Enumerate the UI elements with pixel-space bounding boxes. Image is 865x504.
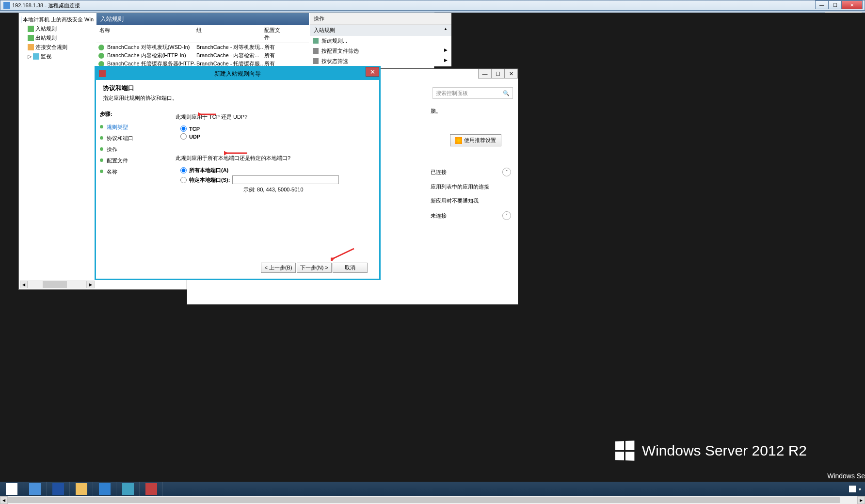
search-icon: 🔍 [503, 90, 510, 96]
maximize-button[interactable]: ☐ [491, 69, 505, 79]
list-row[interactable]: BranchCache 对等机发现(WSD-In)BranchCache - 对… [96, 43, 309, 51]
system-tray[interactable]: ▾ [849, 486, 861, 492]
rdp-titlebar: 192.168.1.38 - 远程桌面连接 — ☐ ✕ [0, 0, 865, 11]
wizard-steps-pane: 步骤: 规则类型 协议和端口 操作 配置文件 名称 [96, 106, 166, 268]
scroll-right-button[interactable]: ▶ [87, 281, 95, 288]
step-dot-icon [100, 136, 103, 140]
radio-tcp-row[interactable]: TCP [180, 126, 369, 132]
server-icon [29, 483, 41, 495]
close-button[interactable]: ✕ [366, 67, 379, 77]
radio-tcp[interactable] [180, 126, 187, 132]
label-tcp: TCP [189, 126, 200, 132]
tree-connection-security[interactable]: 连接安全规则 [21, 43, 94, 52]
arrow-right-icon: ▶ [444, 47, 448, 55]
not-connected-status-row[interactable]: 未连接˅ [431, 211, 513, 220]
col-profile[interactable]: 配置文件 [261, 27, 286, 41]
back-button[interactable]: < 上一步(B) [261, 263, 296, 273]
col-group[interactable]: 组 [193, 27, 261, 41]
rdp-title: 192.168.1.38 - 远程桌面连接 [12, 2, 80, 9]
tray-icon[interactable]: ▾ [859, 487, 861, 492]
step-rule-type[interactable]: 规则类型 [100, 122, 162, 133]
control-panel-icon [122, 483, 134, 495]
firewall-icon [145, 483, 157, 495]
minimize-button[interactable]: — [815, 0, 829, 9]
label-specific-ports: 特定本地端口(S): [189, 176, 230, 184]
scroll-left-button[interactable]: ◀ [0, 496, 8, 504]
cp-text-line: 新应用时不要通知我 [431, 197, 513, 205]
tree-scrollbar[interactable]: ◀ ▶ [20, 281, 95, 288]
taskbar-item[interactable] [93, 482, 116, 496]
list-row[interactable]: BranchCache 内容检索(HTTP-In)BranchCache - 内… [96, 51, 309, 60]
minimize-button[interactable]: — [478, 69, 492, 79]
mmc-actions-pane: 操作 入站规则▲ 新建规则... 按配置文件筛选▶ 按状态筛选▶ [310, 13, 451, 66]
close-button[interactable]: ✕ [841, 0, 863, 9]
windows-logo-icon [615, 441, 634, 460]
wizard-footer: < 上一步(B) 下一步(N) > 取消 [261, 263, 368, 273]
question-ports: 此规则应用于所有本地端口还是特定的本地端口? [176, 155, 369, 162]
cancel-button[interactable]: 取消 [333, 263, 368, 273]
step-action[interactable]: 操作 [100, 144, 162, 155]
tree-root[interactable]: 本地计算机 上的高级安全 Win [21, 15, 94, 24]
action-center-icon[interactable] [849, 486, 856, 492]
scroll-left-button[interactable]: ◀ [20, 281, 28, 288]
list-columns: 名称 组 配置文件 [96, 25, 309, 43]
taskbar-server-manager[interactable] [23, 482, 47, 496]
question-protocol: 此规则应用于 TCP 还是 UDP? [176, 113, 369, 121]
close-button[interactable]: ✕ [504, 69, 518, 79]
cp-text-line: 应用列表中的应用的连接 [431, 183, 513, 190]
filter-icon [313, 48, 319, 54]
cp-text-fragment: 脑。 [431, 108, 513, 115]
step-dot-icon [100, 158, 103, 162]
taskbar-control-panel[interactable] [116, 482, 140, 496]
cp-window-controls: — ☐ ✕ [479, 69, 518, 79]
wizard-icon [99, 70, 106, 77]
shield-icon [21, 16, 21, 23]
ports-example: 示例: 80, 443, 5000-5010 [243, 186, 369, 193]
radio-specific-ports[interactable] [180, 177, 187, 183]
windows-icon [6, 483, 17, 495]
taskbar-powershell[interactable] [47, 482, 70, 496]
tree-outbound-rules[interactable]: 出站规则 [21, 33, 94, 43]
outer-horizontal-scrollbar[interactable]: ◀ ▶ [0, 496, 865, 504]
wizard-subheading: 指定应用此规则的协议和端口。 [103, 94, 372, 102]
tree-inbound-rules[interactable]: 入站规则 [21, 24, 94, 33]
radio-all-ports[interactable] [180, 167, 187, 173]
wizard-titlebar[interactable]: 新建入站规则向导 ✕ [96, 67, 379, 80]
scroll-track[interactable] [8, 496, 857, 504]
radio-udp[interactable] [180, 133, 187, 140]
radio-udp-row[interactable]: UDP [180, 133, 369, 140]
step-profile[interactable]: 配置文件 [100, 155, 162, 166]
actions-subheader: 入站规则▲ [310, 25, 451, 36]
taskbar-explorer[interactable] [70, 482, 93, 496]
search-control-panel[interactable]: 搜索控制面板 🔍 [432, 87, 513, 99]
new-inbound-rule-wizard: 新建入站规则向导 ✕ 协议和端口 指定应用此规则的协议和端口。 步骤: 规则类型… [95, 66, 381, 280]
new-rule-icon [313, 38, 319, 44]
mmc-tree-pane: 本地计算机 上的高级安全 Win 入站规则 出站规则 连接安全规则 ▷ 监视 [19, 13, 96, 275]
chevron-up-icon: ˄ [502, 168, 511, 176]
outbound-icon [28, 35, 34, 41]
taskbar-firewall[interactable] [140, 482, 163, 496]
next-button[interactable]: 下一步(N) > [297, 263, 332, 273]
radio-all-ports-row[interactable]: 所有本地端口(A) [180, 167, 369, 174]
action-new-rule[interactable]: 新建规则... [310, 36, 451, 46]
step-dot-icon [100, 125, 103, 128]
start-button[interactable] [0, 482, 23, 496]
cp-body-right: 脑。 使用推荐设置 已连接˄ 应用列表中的应用的连接 新应用时不要通知我 未连接… [431, 108, 513, 227]
wizard-title: 新建入站规则向导 [214, 70, 261, 78]
specific-ports-input[interactable] [232, 175, 339, 184]
action-filter-profile[interactable]: 按配置文件筛选▶ [310, 46, 451, 56]
action-filter-state[interactable]: 按状态筛选▶ [310, 56, 451, 66]
col-name[interactable]: 名称 [96, 27, 193, 41]
step-protocol-port[interactable]: 协议和端口 [100, 133, 162, 144]
use-recommended-settings-button[interactable]: 使用推荐设置 [450, 134, 501, 146]
tree-monitor[interactable]: ▷ 监视 [21, 52, 94, 61]
collapse-icon[interactable]: ▲ [444, 27, 448, 34]
maximize-button[interactable]: ☐ [828, 0, 842, 9]
scroll-right-button[interactable]: ▶ [857, 496, 865, 504]
rule-icon [98, 45, 104, 50]
step-name[interactable]: 名称 [100, 166, 162, 177]
radio-specific-ports-row[interactable]: 特定本地端口(S): [180, 175, 369, 184]
monitor-icon [33, 53, 39, 60]
scroll-thumb[interactable] [8, 497, 840, 503]
connected-status-row[interactable]: 已连接˄ [431, 168, 513, 176]
